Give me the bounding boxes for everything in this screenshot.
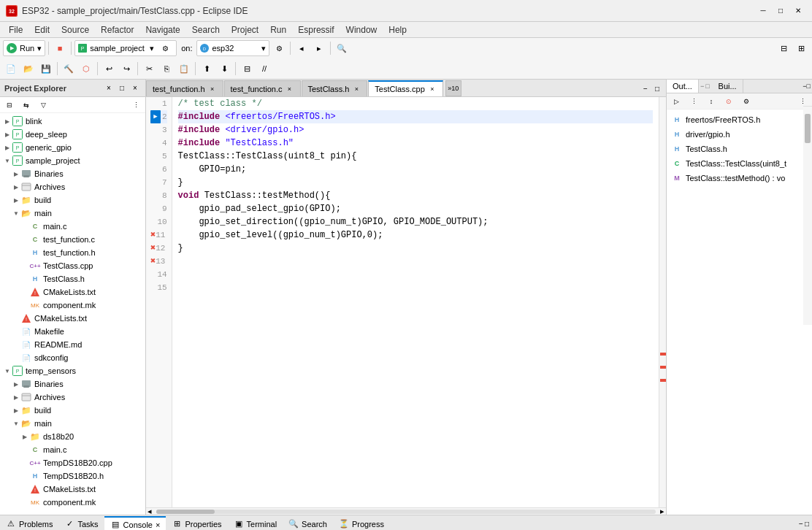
scroll-right-btn[interactable]: ▸: [659, 508, 666, 515]
editor-minimize-button[interactable]: −: [640, 82, 651, 94]
tree-item-readme[interactable]: ▶ 📄 README.md: [0, 338, 145, 351]
right-max-btn[interactable]: □: [807, 82, 811, 90]
tree-item-sp-archives[interactable]: ▶ Archives: [0, 180, 145, 193]
minimize-button[interactable]: ─: [755, 4, 771, 18]
tree-item-ts-archives[interactable]: ▶ Archives: [0, 391, 145, 404]
menu-navigate[interactable]: Navigate: [139, 22, 185, 37]
filter-button[interactable]: ▽: [35, 97, 51, 113]
device-settings-button[interactable]: ⚙: [271, 40, 287, 56]
outline-item-constructor[interactable]: C TestClass::TestClass(uint8_t: [670, 156, 809, 171]
editor-horiz-scrollbar[interactable]: ◂ ▸: [146, 507, 666, 515]
tree-item-makefile[interactable]: ▶ 📄 Makefile: [0, 325, 145, 338]
tree-item-cmake-main[interactable]: ▶ ! CMakeLists.txt: [0, 285, 145, 299]
project-selector[interactable]: P sample_project ▾ ⚙: [74, 40, 177, 56]
close-button[interactable]: ✕: [790, 4, 806, 18]
tree-scrollbar-thumb[interactable]: [805, 114, 811, 143]
outline-item-freertos[interactable]: H freertos/FreeRTOS.h: [670, 112, 809, 127]
tab-close-testclass-cpp[interactable]: ×: [428, 85, 437, 93]
tab-console[interactable]: ▤ Console ×: [104, 516, 166, 531]
tree-item-testclass-h[interactable]: ▶ H TestClass.h: [0, 272, 145, 285]
stop-button[interactable]: ■: [52, 40, 68, 56]
code-content[interactable]: /* test class */ #include <freertos/Free…: [172, 97, 659, 507]
tree-arrow-temp-sensors[interactable]: ▼: [3, 366, 12, 375]
search-button[interactable]: 🔍: [334, 40, 350, 56]
menu-project[interactable]: Project: [226, 22, 264, 37]
tree-item-generic-gpio[interactable]: ▶ P generic_gpio: [0, 141, 145, 154]
tab-properties[interactable]: ⊞ Properties: [166, 516, 227, 531]
tab-build[interactable]: Bui...: [713, 80, 743, 93]
tab-outline[interactable]: Out...: [667, 80, 699, 93]
tree-item-sp-binaries[interactable]: ▶ Binaries: [0, 167, 145, 180]
editor-horiz-thumb[interactable]: [156, 510, 215, 514]
comment-button[interactable]: //: [256, 61, 272, 77]
tab-close-test-func-c[interactable]: ×: [286, 85, 294, 93]
next-error-button[interactable]: ⬇: [216, 61, 232, 77]
tab-progress[interactable]: ⏳ Progress: [333, 516, 390, 531]
outline-btn-1[interactable]: ▷: [668, 93, 684, 110]
layout-button[interactable]: ⊞: [793, 40, 809, 56]
device-selector[interactable]: D esp32 ▾: [196, 40, 269, 56]
device-dropdown-arrow[interactable]: ▾: [261, 44, 266, 53]
tree-item-test-func-c[interactable]: ▶ C test_function.c: [0, 233, 145, 246]
tree-item-ts-build[interactable]: ▶ 📁 build: [0, 404, 145, 417]
run-dropdown-arrow[interactable]: ▾: [37, 44, 42, 53]
menu-window[interactable]: Window: [340, 22, 383, 37]
paste-button[interactable]: 📋: [176, 61, 192, 77]
bottom-maximize-btn[interactable]: □: [805, 520, 809, 528]
bottom-minimize-btn[interactable]: −: [799, 520, 803, 528]
tree-arrow-ts-main[interactable]: ▼: [12, 419, 20, 428]
tree-item-tempds-cpp[interactable]: ▶ C++ TempDS18B20.cpp: [0, 456, 145, 469]
tree-item-ts-main-c[interactable]: ▶ C main.c: [0, 443, 145, 456]
maximize-button[interactable]: □: [773, 4, 789, 18]
menu-run[interactable]: Run: [264, 22, 292, 37]
tree-arrow-blink[interactable]: ▶: [3, 117, 12, 126]
menu-refactor[interactable]: Refactor: [95, 22, 139, 37]
outline-minimize-btn[interactable]: −: [700, 82, 704, 90]
tab-close-test-func-h[interactable]: ×: [208, 85, 217, 93]
cut-button[interactable]: ✂: [141, 61, 157, 77]
panel-close-button[interactable]: ×: [129, 82, 141, 94]
menu-source[interactable]: Source: [55, 22, 95, 37]
tree-arrow-ts-build[interactable]: ▶: [12, 406, 20, 415]
tab-terminal[interactable]: ▣ Terminal: [228, 516, 283, 531]
panel-minimize-button[interactable]: ×: [103, 82, 115, 94]
undo-button[interactable]: ↩: [101, 61, 117, 77]
tree-item-cmake-root[interactable]: ▶ ! CMakeLists.txt: [0, 312, 145, 325]
outline-btn-4[interactable]: ⊙: [721, 93, 737, 110]
code-editor[interactable]: 1 ▶2 3 4 5 6 7 8 9 10 ✖11 ✖12 ✖13 14: [146, 97, 666, 507]
debug-button[interactable]: ⬡: [78, 61, 94, 77]
menu-edit[interactable]: Edit: [28, 22, 55, 37]
menu-search[interactable]: Search: [186, 22, 226, 37]
format-button[interactable]: ⊟: [239, 61, 255, 77]
tab-testclass-h[interactable]: TestClass.h ×: [302, 80, 368, 96]
outline-maximize-btn[interactable]: □: [705, 82, 709, 90]
tab-close-testclass-h[interactable]: ×: [352, 85, 361, 93]
project-settings-button[interactable]: ⚙: [157, 40, 173, 56]
prev-error-button[interactable]: ⬆: [199, 61, 215, 77]
editor-maximize-button[interactable]: □: [651, 82, 663, 94]
save-button[interactable]: 💾: [38, 61, 54, 77]
scroll-left-btn[interactable]: ◂: [146, 508, 153, 515]
tree-arrow-ts-archives[interactable]: ▶: [12, 393, 20, 402]
new-button[interactable]: 📄: [3, 61, 19, 77]
nav-back-button[interactable]: ◂: [294, 40, 310, 56]
build-button[interactable]: 🔨: [61, 61, 77, 77]
tab-test-func-c[interactable]: test_function.c ×: [224, 80, 301, 96]
menu-espressif[interactable]: Espressif: [292, 22, 340, 37]
tree-item-deep-sleep[interactable]: ▶ P deep_sleep: [0, 128, 145, 141]
editor-horiz-track[interactable]: [156, 510, 656, 514]
tab-overflow-button[interactable]: »10: [445, 80, 461, 96]
tree-arrow-sample-project[interactable]: ▼: [3, 156, 12, 165]
tree-item-ts-binaries[interactable]: ▶ Binaries: [0, 377, 145, 391]
tree-arrow-ts-binaries[interactable]: ▶: [12, 380, 20, 388]
tree-item-main-c[interactable]: ▶ C main.c: [0, 220, 145, 233]
tree-scrollbar[interactable]: [803, 106, 812, 325]
tree-item-ts-comp[interactable]: ▶ MK component.mk: [0, 496, 145, 509]
run-button[interactable]: Run ▾: [3, 40, 45, 56]
explorer-menu-button[interactable]: ⋮: [128, 97, 144, 113]
tree-item-blink[interactable]: ▶ P blink: [0, 115, 145, 128]
minimize-all-button[interactable]: ⊟: [775, 40, 792, 56]
redo-button[interactable]: ↪: [118, 61, 134, 77]
tree-item-sp-build[interactable]: ▶ 📁 build: [0, 193, 145, 207]
tree-arrow-sp-archives[interactable]: ▶: [12, 183, 20, 191]
